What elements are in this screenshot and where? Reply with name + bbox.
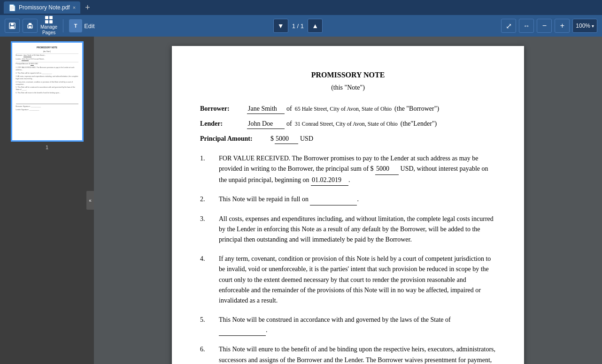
svg-rect-5 [29, 26, 31, 28]
list-num-2: 2. [200, 194, 219, 205]
tab-filename: Promissory Note.pdf [19, 4, 70, 11]
borrower-row: Borrower: Jane Smith of 65 Hale Street, … [200, 104, 496, 114]
list-item-6: 6. This Note will enure to the benefit o… [200, 344, 496, 364]
borrower-of-text: of [286, 104, 292, 114]
list-num-6: 6. [200, 344, 219, 364]
edit-label[interactable]: Edit [84, 23, 94, 30]
toolbar: Manage Pages T Edit ▼ 1 / 1 ▲ ⤢ ↔ − + 10… [0, 15, 602, 37]
fit-width-button[interactable]: ↔ [519, 19, 534, 33]
svg-point-6 [31, 25, 32, 26]
zoom-out-button[interactable]: − [537, 19, 552, 33]
principal-value-field[interactable]: 5000 [275, 134, 298, 144]
borrower-name-field[interactable]: Jane Smith [247, 104, 285, 114]
numbered-list: 1. FOR VALUE RECEIVED. The Borrower prom… [200, 153, 496, 364]
lender-name-field[interactable]: John Doe [247, 119, 285, 129]
collapse-sidebar-button[interactable]: « [86, 191, 94, 210]
list-item-4: 4. If any term, covenant, condition or p… [200, 254, 496, 306]
sidebar: PROMISSORY NOTE (this "Note") Borrower: … [0, 37, 94, 364]
zoom-in-button[interactable]: + [555, 19, 570, 33]
save-button[interactable] [5, 19, 20, 33]
toolbar-center: ▼ 1 / 1 ▲ [99, 19, 498, 33]
toolbar-right: ⤢ ↔ − + 100% ▾ [501, 19, 597, 33]
list-item-1: 1. FOR VALUE RECEIVED. The Borrower prom… [200, 153, 496, 186]
list-item-5: 5. This Note will be construed in accord… [200, 315, 496, 336]
document-title: PROMISSORY NOTE [200, 69, 496, 81]
principal-usd: USD [300, 134, 313, 144]
svg-rect-1 [11, 23, 14, 25]
main-area: PROMISSORY NOTE (this "Note") Borrower: … [0, 37, 602, 364]
start-date-field[interactable]: 01.02.2019 [311, 175, 348, 186]
pdf-area: PROMISSORY NOTE (this "Note") Borrower: … [94, 37, 602, 364]
lender-row: Lender: John Doe of 31 Conrad Street, Ci… [200, 119, 496, 129]
principal-label: Principal Amount: [200, 134, 270, 144]
pdf-page: PROMISSORY NOTE (this "Note") Borrower: … [172, 46, 524, 364]
list-num-4: 4. [200, 254, 219, 306]
lender-of-text: of [286, 119, 292, 129]
page-info: 1 / 1 [292, 23, 304, 30]
principal-dollar: $ [270, 134, 274, 144]
lender-role: (the"Lender") [401, 119, 437, 129]
zoom-display: 100% ▾ [572, 19, 597, 33]
tab-bar: 📄 Promissory Note.pdf × + [0, 0, 602, 15]
zoom-dropdown-button[interactable]: ▾ [592, 23, 594, 29]
manage-pages-button[interactable]: Manage Pages [40, 16, 57, 36]
list-content-3: All costs, expenses and expenditures inc… [219, 214, 496, 245]
list-content-4: If any term, covenant, condition or prov… [219, 254, 496, 306]
svg-rect-2 [10, 26, 14, 29]
list-num-1: 1. [200, 153, 219, 186]
principal-amount-inline[interactable]: 5000 [375, 164, 399, 174]
fit-page-button[interactable]: ⤢ [501, 19, 516, 33]
borrower-label: Borrower: [200, 104, 247, 114]
list-item-3: 3. All costs, expenses and expenditures … [200, 214, 496, 245]
principal-row: Principal Amount: $ 5000 USD [200, 134, 496, 144]
list-content-5: This Note will be construed in accordanc… [219, 315, 496, 336]
pdf-tab[interactable]: 📄 Promissory Note.pdf × [4, 1, 80, 14]
document-subtitle: (this "Note") [200, 83, 496, 92]
list-num-3: 3. [200, 214, 219, 245]
add-tab-button[interactable]: + [82, 3, 93, 13]
edit-group: T Edit [69, 19, 94, 32]
lender-address: 31 Conrad Street, City of Avon, State of… [295, 120, 398, 128]
borrower-role: (the "Borrower") [394, 104, 439, 114]
list-item-2: 2. This Note will be repaid in full on . [200, 194, 496, 205]
pdf-icon: 📄 [8, 4, 16, 11]
state-field[interactable] [219, 325, 266, 336]
page-number: 1 [46, 144, 48, 150]
print-button[interactable] [23, 19, 38, 33]
zoom-level: 100% [576, 23, 590, 29]
toolbar-separator-1 [63, 19, 63, 32]
tab-close-button[interactable]: × [73, 5, 76, 10]
svg-rect-4 [29, 23, 31, 25]
next-page-button[interactable]: ▲ [308, 19, 323, 33]
toolbar-left: Manage Pages [5, 16, 57, 36]
list-content-2: This Note will be repaid in full on . [219, 194, 496, 205]
list-num-5: 5. [200, 315, 219, 336]
text-edit-icon[interactable]: T [69, 19, 82, 32]
list-content-1: FOR VALUE RECEIVED. The Borrower promise… [219, 153, 496, 186]
borrower-address: 65 Hale Street, City of Avon, State of O… [295, 105, 392, 113]
prev-page-button[interactable]: ▼ [273, 19, 288, 33]
lender-label: Lender: [200, 119, 247, 129]
repay-date-field[interactable] [310, 194, 357, 205]
list-content-6: This Note will enure to the benefit of a… [219, 344, 496, 364]
page-thumbnail[interactable]: PROMISSORY NOTE (this "Note") Borrower: … [11, 41, 84, 142]
